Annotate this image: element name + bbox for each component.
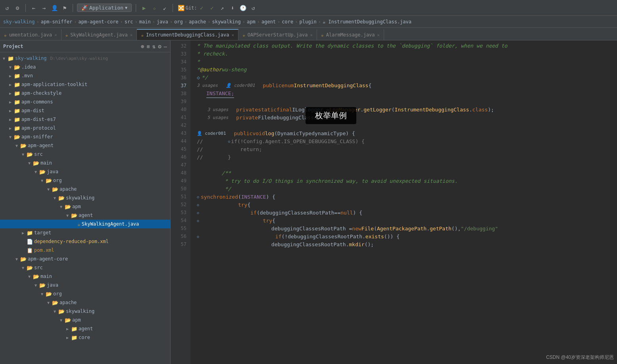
tree-src-2[interactable]: ▼ 📂 src [0,263,170,272]
flag-icon[interactable]: ⚑ [61,4,69,12]
tab-close-4[interactable]: × [377,33,380,38]
sidebar-sort-icon[interactable]: ⇅ [152,43,156,50]
git-check-icon[interactable]: ✓ [198,4,206,12]
tab-oapserverstartup[interactable]: ☕ OAPServerStartUp.java × [238,29,317,40]
tree-src-1[interactable]: ▼ 📂 src [0,150,170,159]
tab-close-3[interactable]: × [310,33,313,38]
tree-agent-1[interactable]: ▼ 📂 agent [0,211,170,220]
tree-apache-1[interactable]: ▼ 📂 apache [0,185,170,193]
tree-apm-2[interactable]: ▼ 📂 apm [0,316,170,324]
sidebar-settings-icon[interactable]: ⚙ [158,43,161,50]
tree-apache-2[interactable]: ▼ 📂 apache [0,298,170,307]
breadcrumb-item-9[interactable]: apm [247,19,256,25]
tree-skywalking-1[interactable]: ▼ 📂 skywalking [0,193,170,202]
user-icon[interactable]: 👤 [50,4,58,12]
dist-es7-arrow: ▶ [8,117,13,122]
tree-root[interactable]: ▼ 📁 sky-walking D:\dev\apm\sky-walking [0,54,170,63]
main-layout: Project ⊕ ≡ ⇅ ⚙ – ▼ 📁 sky-walking D:\dev… [0,40,617,364]
vcs-icon[interactable]: 🔀 [177,4,185,12]
breadcrumb-item-6[interactable]: org [174,19,183,25]
breadcrumb-item-10[interactable]: agent [261,19,276,25]
breadcrumb-item-8[interactable]: skywalking [212,19,241,25]
tree-apm-agent[interactable]: ▼ 📂 apm-agent [0,141,170,150]
breadcrumb-item-1[interactable]: apm-sniffer [41,19,72,25]
code-line-55: debuggingClassesRootPath = new File ( Ag… [197,225,617,233]
tree-org-2[interactable]: ▼ 📂 org [0,289,170,298]
tree-apt[interactable]: ▶ 📁 apm-application-toolkit [0,80,170,89]
run-icon[interactable]: ▶ [140,4,148,12]
tree-java-1[interactable]: ▼ 📂 java [0,167,170,176]
tab-label-0: umentation.java [9,32,52,38]
commons-arrow: ▶ [8,100,13,104]
breadcrumb-item-5[interactable]: java [157,19,168,25]
code-line-33: * recheck. [197,50,617,58]
tab-close-0[interactable]: × [54,33,57,38]
tree-pom[interactable]: ▶ 📋 pom.xml [0,246,170,255]
checkstyle-label: apm-checkstyle [21,90,62,96]
tree-sniffer[interactable]: ▼ 📂 apm-sniffer [0,132,170,141]
tree-apm-agent-core[interactable]: ▼ 📂 apm-agent-core [0,255,170,263]
tree-mvn[interactable]: ▶ 📁 .mvn [0,71,170,80]
git-pull-icon[interactable]: ⬇ [229,4,236,12]
tree-skywalking-2[interactable]: ▼ 📂 skywalking [0,307,170,316]
coverage-icon[interactable]: ↙ [161,4,169,12]
tree-checkstyle[interactable]: ▶ 📁 apm-checkstyle [0,89,170,98]
tree-skywalkingagent[interactable]: ▶ ☕ SkyWalkingAgent.java [0,220,170,228]
org1-arrow: ▼ [40,178,44,183]
forward-icon[interactable]: → [40,4,48,12]
tree-core[interactable]: ▶ 📁 core [0,333,170,342]
tab-alarmmessage[interactable]: ☕ AlarmMessage.java × [317,29,384,40]
application-button[interactable]: 🚀 Application ▼ [77,4,132,12]
tab-close-2[interactable]: × [232,33,234,38]
tab-instrumentdebugging[interactable]: ☕ InstrumentDebuggingClass.java × [137,29,238,40]
tree-idea[interactable]: ▼ 📂 .idea [0,63,170,71]
breadcrumb-item-2[interactable]: apm-agent-core [78,19,118,25]
code-text-50: */ [197,185,231,193]
sidebar-minimize-icon[interactable]: – [164,43,167,50]
tab-close-1[interactable]: × [130,33,133,38]
breadcrumb-item-12[interactable]: plugin [299,19,316,25]
tree-protocol[interactable]: ▶ 📁 apm-protocol [0,124,170,132]
breadcrumb-item-0[interactable]: sky-walking [3,19,35,25]
breadcrumb-item-file[interactable]: ☕ InstrumentDebuggingClass.java [323,19,411,25]
breadcrumb-item-3[interactable]: src [125,19,133,25]
tab-skywalkingagent[interactable]: ☕ SkyWalkingAgent.java × [62,29,137,40]
tree-dep-pom[interactable]: ▶ 📄 dependency-reduced-pom.xml [0,237,170,246]
main1-arrow: ▼ [27,161,32,165]
sidebar-scope-icon[interactable]: ⊕ [141,43,144,50]
debug-icon[interactable]: ⬦ [150,4,158,12]
history-icon[interactable]: 🕐 [239,4,247,12]
tree-target[interactable]: ▶ 📁 target [0,228,170,237]
tree-org-1[interactable]: ▼ 📂 org [0,176,170,185]
breadcrumb-item-11[interactable]: core [282,19,293,25]
tree-java-2[interactable]: ▼ 📂 java [0,281,170,289]
tree-main-2[interactable]: ▼ 📂 main [0,272,170,281]
refresh-icon[interactable]: ↺ [3,4,11,12]
back-icon[interactable]: ← [30,4,38,12]
file-tree[interactable]: ▼ 📁 sky-walking D:\dev\apm\sky-walking ▼… [0,52,170,364]
breadcrumb-item-4[interactable]: main [139,19,151,25]
tree-commons[interactable]: ▶ 📁 apm-commons [0,98,170,106]
tab-icon-1: ☕ [65,33,68,38]
sidebar-collapse-icon[interactable]: ≡ [146,43,150,50]
tree-agent-2[interactable]: ▶ 📁 agent [0,324,170,333]
settings-icon[interactable]: ⚙ [13,4,21,12]
main1-label: main [40,160,52,166]
tree-dist-es7[interactable]: ▶ 📁 apm-dist-es7 [0,115,170,124]
tree-dist[interactable]: ▶ 📁 apm-dist [0,106,170,115]
sidebar-header: Project ⊕ ≡ ⇅ ⚙ – [0,40,170,52]
git-push-icon[interactable]: ↗ [218,4,226,12]
swa-label: SkyWalkingAgent.java [82,221,139,227]
tab-documentation[interactable]: ☕ umentation.java × [0,29,62,40]
code-container[interactable]: 32 33 34 35 36 37 38 39 40 41 42 43 44 4… [171,40,617,364]
skywalking1-arrow: ▼ [52,196,57,200]
cls-app-55: AgentPackagePath [377,225,427,233]
code-line-41: 5 usages private File debuggingClassesRo… [197,114,617,122]
breadcrumb-item-7[interactable]: apache [189,19,206,25]
git-check2-icon[interactable]: ✓ [208,4,216,12]
tree-main-1[interactable]: ▼ 📂 main [0,159,170,167]
revert-icon[interactable]: ↺ [249,4,257,12]
apm2-arrow: ▼ [59,318,63,322]
editor-area: 32 33 34 35 36 37 38 39 40 41 42 43 44 4… [171,40,617,364]
tree-apm-1[interactable]: ▼ 📂 apm [0,202,170,211]
